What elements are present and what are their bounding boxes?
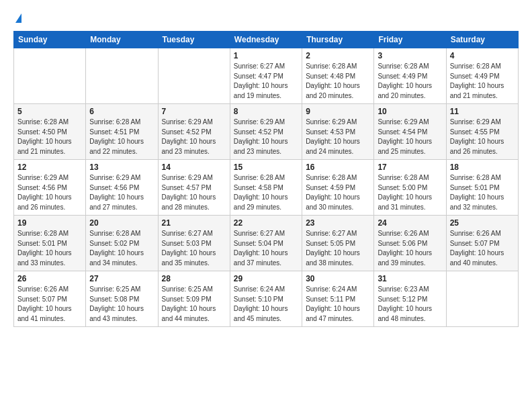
day-number: 10 xyxy=(378,107,442,116)
day-number: 7 xyxy=(162,107,226,116)
calendar-table: SundayMondayTuesdayWednesdayThursdayFrid… xyxy=(13,31,519,327)
week-row-4: 19Sunrise: 6:28 AM Sunset: 5:01 PM Dayli… xyxy=(14,216,519,271)
day-number: 5 xyxy=(17,107,82,116)
day-cell: 6Sunrise: 6:28 AM Sunset: 4:51 PM Daylig… xyxy=(86,104,158,160)
day-info: Sunrise: 6:25 AM Sunset: 5:08 PM Dayligh… xyxy=(89,285,154,324)
day-number: 13 xyxy=(89,163,154,172)
week-row-2: 5Sunrise: 6:28 AM Sunset: 4:50 PM Daylig… xyxy=(14,104,519,160)
day-number: 23 xyxy=(306,218,370,228)
day-info: Sunrise: 6:29 AM Sunset: 4:57 PM Dayligh… xyxy=(162,173,226,212)
weekday-header-row: SundayMondayTuesdayWednesdayThursdayFrid… xyxy=(14,32,519,48)
day-cell: 16Sunrise: 6:28 AM Sunset: 4:59 PM Dayli… xyxy=(302,160,374,216)
weekday-tuesday: Tuesday xyxy=(158,32,230,48)
day-info: Sunrise: 6:29 AM Sunset: 4:54 PM Dayligh… xyxy=(378,118,442,156)
day-info: Sunrise: 6:29 AM Sunset: 4:56 PM Dayligh… xyxy=(89,173,154,212)
day-info: Sunrise: 6:28 AM Sunset: 4:49 PM Dayligh… xyxy=(450,62,515,101)
day-number: 19 xyxy=(17,218,82,228)
day-number: 20 xyxy=(89,218,154,228)
day-info: Sunrise: 6:26 AM Sunset: 5:07 PM Dayligh… xyxy=(17,285,82,324)
day-number: 24 xyxy=(378,218,442,228)
day-number: 25 xyxy=(450,218,515,228)
day-cell: 5Sunrise: 6:28 AM Sunset: 4:50 PM Daylig… xyxy=(14,104,86,160)
day-cell: 12Sunrise: 6:29 AM Sunset: 4:56 PM Dayli… xyxy=(14,160,86,216)
day-info: Sunrise: 6:27 AM Sunset: 5:05 PM Dayligh… xyxy=(306,229,370,268)
day-info: Sunrise: 6:28 AM Sunset: 4:59 PM Dayligh… xyxy=(306,173,370,212)
day-cell: 8Sunrise: 6:29 AM Sunset: 4:52 PM Daylig… xyxy=(230,104,302,160)
day-info: Sunrise: 6:28 AM Sunset: 5:01 PM Dayligh… xyxy=(450,173,515,212)
logo xyxy=(13,12,21,23)
day-info: Sunrise: 6:24 AM Sunset: 5:10 PM Dayligh… xyxy=(234,285,298,324)
day-number: 21 xyxy=(162,218,226,228)
day-number: 1 xyxy=(234,51,298,60)
day-cell: 18Sunrise: 6:28 AM Sunset: 5:01 PM Dayli… xyxy=(446,160,518,216)
day-number: 9 xyxy=(306,107,370,116)
day-info: Sunrise: 6:27 AM Sunset: 5:03 PM Dayligh… xyxy=(162,229,226,268)
day-info: Sunrise: 6:29 AM Sunset: 4:55 PM Dayligh… xyxy=(450,118,515,156)
day-info: Sunrise: 6:29 AM Sunset: 4:52 PM Dayligh… xyxy=(162,118,226,156)
day-cell: 24Sunrise: 6:26 AM Sunset: 5:06 PM Dayli… xyxy=(374,216,446,271)
day-cell: 28Sunrise: 6:25 AM Sunset: 5:09 PM Dayli… xyxy=(158,271,230,327)
weekday-sunday: Sunday xyxy=(14,32,86,48)
day-cell: 31Sunrise: 6:23 AM Sunset: 5:12 PM Dayli… xyxy=(374,271,446,327)
day-info: Sunrise: 6:29 AM Sunset: 4:53 PM Dayligh… xyxy=(306,118,370,156)
day-cell: 14Sunrise: 6:29 AM Sunset: 4:57 PM Dayli… xyxy=(158,160,230,216)
day-cell: 29Sunrise: 6:24 AM Sunset: 5:10 PM Dayli… xyxy=(230,271,302,327)
day-info: Sunrise: 6:25 AM Sunset: 5:09 PM Dayligh… xyxy=(162,285,226,324)
week-row-1: 1Sunrise: 6:27 AM Sunset: 4:47 PM Daylig… xyxy=(14,48,519,104)
day-cell: 15Sunrise: 6:28 AM Sunset: 4:58 PM Dayli… xyxy=(230,160,302,216)
day-info: Sunrise: 6:27 AM Sunset: 5:04 PM Dayligh… xyxy=(234,229,298,268)
weekday-thursday: Thursday xyxy=(302,32,374,48)
day-info: Sunrise: 6:28 AM Sunset: 4:51 PM Dayligh… xyxy=(89,118,154,156)
day-info: Sunrise: 6:28 AM Sunset: 5:00 PM Dayligh… xyxy=(378,173,442,212)
day-info: Sunrise: 6:28 AM Sunset: 4:58 PM Dayligh… xyxy=(234,173,298,212)
day-cell: 2Sunrise: 6:28 AM Sunset: 4:48 PM Daylig… xyxy=(302,48,374,104)
day-info: Sunrise: 6:28 AM Sunset: 4:50 PM Dayligh… xyxy=(17,118,82,156)
day-cell: 10Sunrise: 6:29 AM Sunset: 4:54 PM Dayli… xyxy=(374,104,446,160)
day-number: 3 xyxy=(378,51,442,60)
day-cell: 25Sunrise: 6:26 AM Sunset: 5:07 PM Dayli… xyxy=(446,216,518,271)
day-cell: 1Sunrise: 6:27 AM Sunset: 4:47 PM Daylig… xyxy=(230,48,302,104)
day-info: Sunrise: 6:23 AM Sunset: 5:12 PM Dayligh… xyxy=(378,285,442,324)
day-cell: 21Sunrise: 6:27 AM Sunset: 5:03 PM Dayli… xyxy=(158,216,230,271)
day-cell: 9Sunrise: 6:29 AM Sunset: 4:53 PM Daylig… xyxy=(302,104,374,160)
day-info: Sunrise: 6:29 AM Sunset: 4:52 PM Dayligh… xyxy=(234,118,298,156)
day-number: 26 xyxy=(17,274,82,283)
day-cell: 7Sunrise: 6:29 AM Sunset: 4:52 PM Daylig… xyxy=(158,104,230,160)
day-info: Sunrise: 6:27 AM Sunset: 4:47 PM Dayligh… xyxy=(234,62,298,101)
day-number: 16 xyxy=(306,163,370,172)
day-number: 12 xyxy=(17,163,82,172)
day-number: 6 xyxy=(89,107,154,116)
day-cell: 30Sunrise: 6:24 AM Sunset: 5:11 PM Dayli… xyxy=(302,271,374,327)
day-cell xyxy=(14,48,86,104)
day-info: Sunrise: 6:28 AM Sunset: 4:48 PM Dayligh… xyxy=(306,62,370,101)
logo-icon xyxy=(15,13,21,23)
day-cell: 27Sunrise: 6:25 AM Sunset: 5:08 PM Dayli… xyxy=(86,271,158,327)
day-cell xyxy=(446,271,518,327)
weekday-saturday: Saturday xyxy=(446,32,518,48)
day-number: 4 xyxy=(450,51,515,60)
day-number: 29 xyxy=(234,274,298,283)
day-number: 17 xyxy=(378,163,442,172)
day-number: 14 xyxy=(162,163,226,172)
week-row-3: 12Sunrise: 6:29 AM Sunset: 4:56 PM Dayli… xyxy=(14,160,519,216)
day-cell: 17Sunrise: 6:28 AM Sunset: 5:00 PM Dayli… xyxy=(374,160,446,216)
day-info: Sunrise: 6:26 AM Sunset: 5:06 PM Dayligh… xyxy=(378,229,442,268)
day-cell: 19Sunrise: 6:28 AM Sunset: 5:01 PM Dayli… xyxy=(14,216,86,271)
day-number: 28 xyxy=(162,274,226,283)
day-number: 27 xyxy=(89,274,154,283)
day-number: 18 xyxy=(450,163,515,172)
page-header xyxy=(13,12,519,23)
week-row-5: 26Sunrise: 6:26 AM Sunset: 5:07 PM Dayli… xyxy=(14,271,519,327)
day-cell: 20Sunrise: 6:28 AM Sunset: 5:02 PM Dayli… xyxy=(86,216,158,271)
day-cell: 3Sunrise: 6:28 AM Sunset: 4:49 PM Daylig… xyxy=(374,48,446,104)
day-info: Sunrise: 6:28 AM Sunset: 5:02 PM Dayligh… xyxy=(89,229,154,268)
day-number: 8 xyxy=(234,107,298,116)
day-number: 30 xyxy=(306,274,370,283)
day-info: Sunrise: 6:26 AM Sunset: 5:07 PM Dayligh… xyxy=(450,229,515,268)
day-cell xyxy=(158,48,230,104)
day-number: 22 xyxy=(234,218,298,228)
weekday-monday: Monday xyxy=(86,32,158,48)
day-number: 15 xyxy=(234,163,298,172)
day-info: Sunrise: 6:24 AM Sunset: 5:11 PM Dayligh… xyxy=(306,285,370,324)
day-cell: 13Sunrise: 6:29 AM Sunset: 4:56 PM Dayli… xyxy=(86,160,158,216)
